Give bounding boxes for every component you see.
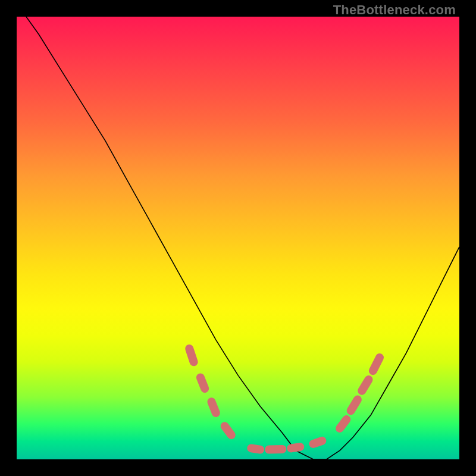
highlight-segment [291, 447, 300, 448]
bottleneck-curve [17, 17, 459, 459]
chart-overlay [17, 17, 459, 459]
highlight-segment [373, 358, 380, 371]
highlight-segment [201, 377, 205, 389]
highlight-segment [189, 349, 193, 362]
highlight-segment [314, 441, 322, 444]
highlight-segment [362, 380, 368, 391]
attribution-watermark: TheBottleneck.com [333, 2, 456, 18]
highlight-segment [269, 449, 282, 450]
highlight-markers [189, 349, 380, 450]
highlight-segment [340, 419, 346, 428]
highlight-segment [351, 400, 358, 411]
highlight-segment [225, 426, 231, 435]
chart-frame: TheBottleneck.com [0, 0, 476, 476]
highlight-segment [251, 448, 260, 449]
highlight-segment [211, 402, 215, 413]
